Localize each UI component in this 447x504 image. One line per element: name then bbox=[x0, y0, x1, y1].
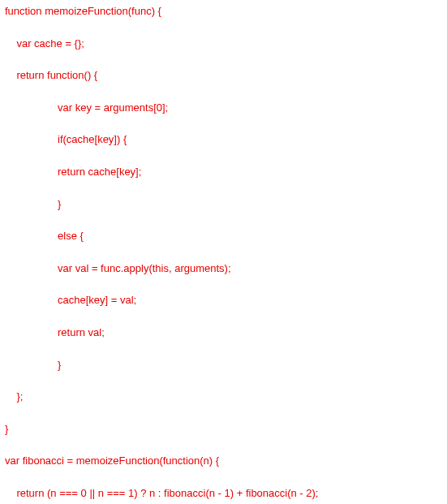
code-line: cache[key] = val; bbox=[5, 294, 447, 307]
code-block: function memoizeFunction(func) { var cac… bbox=[0, 0, 447, 504]
code-line: } bbox=[5, 198, 447, 211]
code-line: }; bbox=[5, 390, 447, 403]
code-line: var val = func.apply(this, arguments); bbox=[5, 262, 447, 275]
code-line: function memoizeFunction(func) { bbox=[5, 5, 447, 18]
code-line: var fibonacci = memoizeFunction(function… bbox=[5, 454, 447, 467]
code-line: return val; bbox=[5, 326, 447, 339]
code-line: var cache = {}; bbox=[5, 37, 447, 50]
code-line: } bbox=[5, 423, 447, 436]
code-line: return function() { bbox=[5, 69, 447, 82]
code-line: } bbox=[5, 359, 447, 372]
code-line: if(cache[key]) { bbox=[5, 133, 447, 146]
code-line: return (n === 0 || n === 1) ? n : fibona… bbox=[5, 487, 447, 500]
code-line: return cache[key]; bbox=[5, 166, 447, 179]
code-line: else { bbox=[5, 230, 447, 243]
code-line: var key = arguments[0]; bbox=[5, 101, 447, 114]
